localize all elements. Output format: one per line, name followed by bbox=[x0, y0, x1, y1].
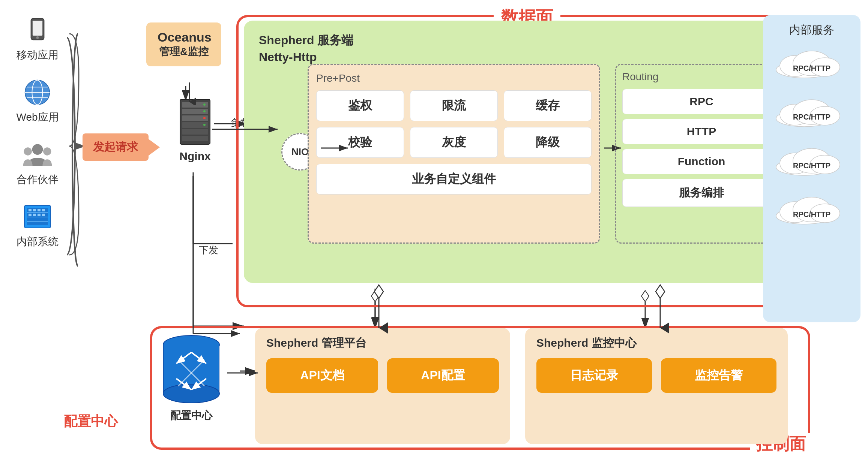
cloud-item-2: RPC/HTTP bbox=[774, 98, 849, 128]
filter-degrade: 降级 bbox=[504, 127, 592, 158]
svg-point-56 bbox=[203, 117, 206, 119]
config-db-icon bbox=[158, 330, 225, 405]
routing-service-compose: 服务编排 bbox=[622, 179, 781, 207]
svg-rect-84 bbox=[163, 345, 164, 394]
oceanus-subtitle: 管理&监控 bbox=[158, 45, 210, 59]
svg-text:RPC/HTTP: RPC/HTTP bbox=[793, 64, 830, 72]
svg-point-31 bbox=[32, 144, 43, 154]
client-internal: 内部系统 bbox=[17, 202, 59, 249]
diagram-container: 移动应用 Web应用 bbox=[0, 0, 868, 464]
client-mobile: 移动应用 bbox=[17, 15, 59, 62]
internal-services-box: 内部服务 RPC/HTTP RPC/HTTP bbox=[763, 15, 860, 322]
monitor-alert-btn[interactable]: 监控告警 bbox=[661, 358, 776, 393]
monitor-log-btn[interactable]: 日志记录 bbox=[536, 358, 652, 393]
internal-system-label: 内部系统 bbox=[17, 235, 59, 249]
filter-gray: 灰度 bbox=[410, 127, 498, 158]
svg-point-32 bbox=[24, 147, 32, 155]
routing-box: Routing RPC HTTP Function 服务编排 bbox=[615, 64, 788, 244]
custom-component: 业务自定义组件 bbox=[316, 164, 592, 195]
partner-label: 合作伙伴 bbox=[17, 172, 59, 187]
mobile-label: 移动应用 bbox=[17, 48, 59, 62]
mgmt-platform: Shepherd 管理平台 API文档 API配置 bbox=[255, 328, 510, 444]
nginx-server-icon bbox=[176, 97, 214, 146]
svg-rect-42 bbox=[42, 209, 45, 211]
web-icon bbox=[23, 77, 53, 107]
svg-rect-39 bbox=[29, 209, 32, 211]
svg-rect-44 bbox=[33, 214, 36, 216]
routing-items: RPC HTTP Function 服务编排 bbox=[622, 89, 781, 207]
filter-auth: 鉴权 bbox=[316, 90, 404, 121]
svg-rect-43 bbox=[29, 214, 32, 216]
svg-point-54 bbox=[203, 103, 206, 106]
cloud-item-3: RPC/HTTP bbox=[774, 147, 849, 177]
mobile-icon bbox=[23, 15, 53, 45]
distribute-label: 下发 bbox=[199, 244, 218, 257]
svg-point-57 bbox=[203, 124, 206, 126]
cloud-items: RPC/HTTP RPC/HTTP RPC/HTTP bbox=[770, 49, 853, 225]
internal-system-icon bbox=[23, 202, 53, 232]
svg-rect-40 bbox=[33, 209, 36, 211]
brace-svg bbox=[67, 30, 82, 270]
cloud-icon-1: RPC/HTTP bbox=[774, 49, 849, 79]
svg-rect-52 bbox=[182, 129, 208, 135]
monitor-label: Shepherd 监控中心 bbox=[536, 335, 776, 351]
svg-point-33 bbox=[43, 147, 51, 155]
web-label: Web应用 bbox=[16, 110, 59, 124]
request-arrow: 发起请求 bbox=[83, 133, 149, 161]
config-db-label: 配置中心 bbox=[170, 409, 212, 423]
filter-cache: 缓存 bbox=[504, 90, 592, 121]
filter-validate: 校验 bbox=[316, 127, 404, 158]
request-arrow-container: 发起请求 bbox=[83, 133, 149, 161]
svg-text:RPC/HTTP: RPC/HTTP bbox=[793, 162, 830, 170]
nio-label: NIO bbox=[291, 146, 309, 158]
pre-post-label: Pre+Post bbox=[316, 72, 592, 84]
clients-column: 移动应用 Web应用 bbox=[8, 15, 68, 249]
nginx-box: Nginx bbox=[176, 97, 214, 163]
config-center-section-label: 配置中心 bbox=[64, 412, 118, 431]
svg-rect-24 bbox=[33, 21, 42, 36]
svg-rect-45 bbox=[38, 214, 41, 216]
cloud-item-1: RPC/HTTP bbox=[774, 49, 849, 79]
svg-text:RPC/HTTP: RPC/HTTP bbox=[793, 113, 830, 121]
svg-point-83 bbox=[163, 384, 219, 403]
mgmt-platform-label: Shepherd 管理平台 bbox=[266, 335, 499, 351]
mgmt-api-config-btn[interactable]: API配置 bbox=[387, 358, 499, 393]
mgmt-buttons: API文档 API配置 bbox=[266, 358, 499, 393]
cloud-icon-3: RPC/HTTP bbox=[774, 147, 849, 177]
svg-rect-46 bbox=[42, 214, 45, 216]
oceanus-box: Oceanus 管理&监控 bbox=[146, 22, 221, 66]
svg-rect-41 bbox=[38, 209, 41, 211]
nginx-label: Nginx bbox=[179, 150, 210, 163]
shepherd-server-label: Shepherd 服务端 Netty-Http bbox=[251, 28, 803, 66]
client-partner: 合作伙伴 bbox=[17, 139, 59, 187]
cloud-icon-2: RPC/HTTP bbox=[774, 98, 849, 128]
mgmt-api-doc-btn[interactable]: API文档 bbox=[266, 358, 378, 393]
svg-text:RPC/HTTP: RPC/HTTP bbox=[793, 210, 830, 219]
cloud-item-4: RPC/HTTP bbox=[774, 195, 849, 225]
svg-point-25 bbox=[36, 36, 39, 39]
config-db-container: 配置中心 bbox=[158, 330, 225, 423]
pre-post-box: Pre+Post 鉴权 限流 缓存 校验 灰度 降级 业务自定义组件 bbox=[308, 64, 600, 244]
svg-rect-85 bbox=[219, 345, 219, 394]
monitor-buttons: 日志记录 监控告警 bbox=[536, 358, 776, 393]
svg-point-55 bbox=[203, 110, 206, 112]
filter-rate-limit: 限流 bbox=[410, 90, 498, 121]
svg-rect-53 bbox=[182, 136, 208, 141]
internal-services-label: 内部服务 bbox=[770, 22, 853, 38]
oceanus-title: Oceanus bbox=[158, 30, 210, 45]
monitor-center: Shepherd 监控中心 日志记录 监控告警 bbox=[525, 328, 788, 444]
routing-function: Function bbox=[622, 149, 781, 174]
partner-icon bbox=[23, 139, 53, 169]
routing-label: Routing bbox=[622, 71, 781, 83]
routing-http: HTTP bbox=[622, 119, 781, 144]
request-label: 发起请求 bbox=[93, 139, 138, 155]
cloud-icon-4: RPC/HTTP bbox=[774, 195, 849, 225]
client-web: Web应用 bbox=[16, 77, 59, 124]
filter-grid: 鉴权 限流 缓存 校验 灰度 降级 bbox=[316, 90, 592, 158]
routing-rpc: RPC bbox=[622, 89, 781, 114]
